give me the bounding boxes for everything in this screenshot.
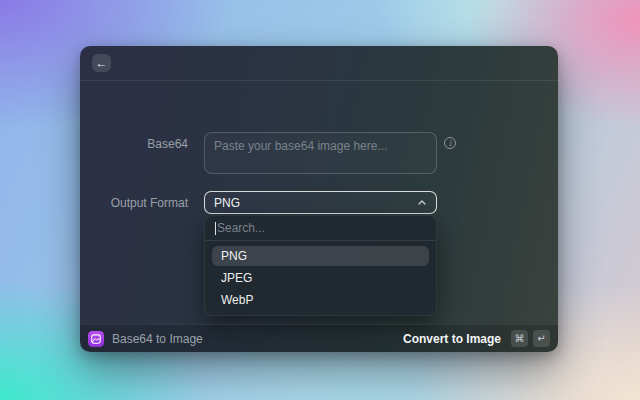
window-header: ← bbox=[80, 46, 558, 81]
dropdown-option-webp[interactable]: WebP bbox=[212, 290, 429, 310]
base64-field-label: Base64 bbox=[80, 137, 188, 151]
base64-input[interactable] bbox=[204, 132, 437, 174]
primary-action: Convert to Image ⌘ ↵ bbox=[403, 330, 550, 347]
dropdown-option-jpeg[interactable]: JPEG bbox=[212, 268, 429, 288]
base64-to-image-window: ← Base64 i Output Format PNG PNG bbox=[80, 46, 558, 352]
chevron-up-icon bbox=[417, 199, 427, 206]
cmd-key-icon: ⌘ bbox=[511, 330, 528, 347]
form-content: Base64 i Output Format PNG PNG bbox=[80, 82, 558, 324]
enter-key-icon: ↵ bbox=[533, 330, 550, 347]
output-format-select[interactable]: PNG bbox=[204, 191, 437, 214]
dropdown-option-png[interactable]: PNG bbox=[212, 246, 429, 266]
output-format-value: PNG bbox=[214, 196, 240, 210]
action-bar: Base64 to Image Convert to Image ⌘ ↵ bbox=[80, 324, 558, 352]
app-name: Base64 to Image bbox=[112, 332, 203, 346]
base64-input-wrap bbox=[204, 132, 437, 174]
convert-to-image-button[interactable]: Convert to Image bbox=[403, 332, 501, 346]
back-button[interactable]: ← bbox=[92, 54, 111, 72]
back-arrow-icon: ← bbox=[96, 57, 108, 69]
output-format-dropdown: PNG JPEG WebP bbox=[204, 215, 437, 316]
dropdown-options: PNG JPEG WebP bbox=[205, 241, 436, 315]
info-icon[interactable]: i bbox=[444, 137, 456, 149]
text-cursor bbox=[215, 222, 216, 235]
dropdown-search-input[interactable] bbox=[217, 221, 426, 235]
output-format-field-label: Output Format bbox=[80, 196, 188, 210]
image-icon bbox=[88, 331, 104, 347]
dropdown-search-row bbox=[205, 216, 436, 241]
